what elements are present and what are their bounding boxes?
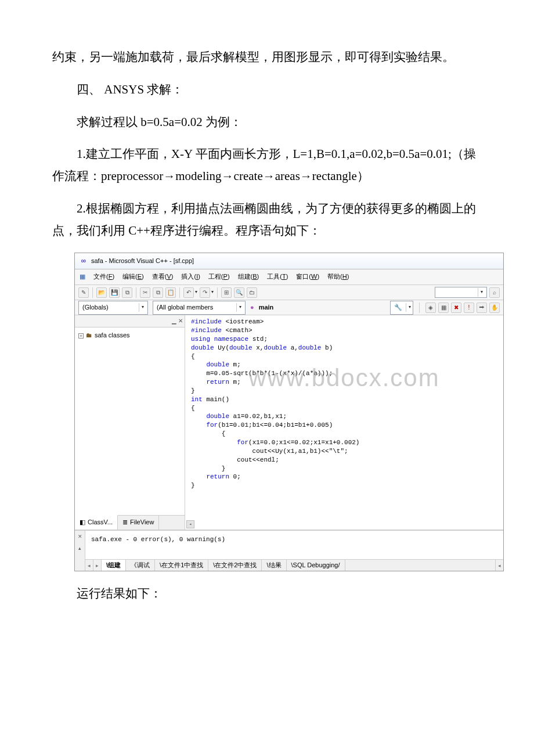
scope-combo[interactable]: (Globals)▾: [78, 301, 148, 315]
output-pane: ✕ ▴ safa.exe - 0 error(s), 0 warning(s) …: [75, 530, 503, 571]
wizard-combo[interactable]: 🔧▾: [390, 301, 413, 315]
hscroll-left-icon[interactable]: ◂: [495, 560, 503, 571]
tree-root-label: safa classes: [95, 330, 130, 341]
code-line: int main(): [191, 395, 497, 404]
tab-results[interactable]: \结果: [262, 560, 286, 571]
menu-file[interactable]: 文件(F): [93, 271, 114, 283]
cut-button[interactable]: ✂: [140, 287, 150, 298]
main-area: ▁ ✕ + 🖿 safa classes ◧ ClassV... ≣ FileV…: [75, 315, 503, 530]
toolbar: ✎ 📂 💾 ⧉ ✂ ⧉ 📋 ↶▾ ↷▾ ⊞ 🔍 🗀 ▾ ⌕: [75, 285, 503, 300]
class-tree[interactable]: + 🖿 safa classes: [75, 327, 185, 515]
menu-insert[interactable]: 插入(I): [181, 271, 200, 283]
separator: [217, 287, 218, 298]
paste-button[interactable]: 📋: [165, 287, 176, 298]
workspace-pane: ▁ ✕ + 🖿 safa classes ◧ ClassV... ≣ FileV…: [75, 315, 185, 530]
new-button[interactable]: ✎: [78, 287, 89, 298]
output-text: safa.exe - 0 error(s), 0 warning(s): [85, 531, 503, 559]
menu-view[interactable]: 查看(V): [152, 271, 174, 283]
output-gutter: ✕ ▴: [75, 531, 85, 571]
code-line: return m;: [191, 378, 497, 387]
workspace-tabs: ◧ ClassV... ≣ FileView: [75, 515, 185, 530]
tab-build[interactable]: \组建: [102, 560, 126, 571]
go-button[interactable]: ⌕: [489, 287, 500, 298]
code-line: double m;: [191, 361, 497, 369]
pane-close-icon[interactable]: ✕: [178, 316, 183, 326]
output-scroll-up-icon[interactable]: ▴: [78, 543, 81, 553]
code-line: double Uy(double x,double a,double b): [191, 344, 497, 352]
separator: [419, 303, 420, 313]
separator: [136, 287, 136, 298]
code-line: {: [191, 404, 497, 413]
execute-button[interactable]: !: [464, 303, 474, 313]
copy-button[interactable]: ⧉: [153, 287, 163, 298]
code-line: return 0;: [191, 473, 497, 481]
separator: [179, 287, 180, 298]
open-button[interactable]: 📂: [96, 287, 107, 298]
code-line: for(x1=0.0;x1<=0.02;x1=x1+0.002): [191, 438, 497, 447]
code-line: }: [191, 465, 497, 473]
pane-pin-icon[interactable]: ▁: [172, 316, 176, 326]
output-tabs: ◂ ▸ \组建 《调试 \在文件1中查找 \在文件2中查找 \结果 \SQL D…: [85, 559, 503, 571]
code-editor[interactable]: #include <iostream>#include <cmath>using…: [185, 315, 503, 530]
tab-find2[interactable]: \在文件2中查找: [208, 560, 262, 571]
code-line: using namespace std;: [191, 335, 497, 344]
tree-root-row[interactable]: + 🖿 safa classes: [78, 330, 181, 341]
classview-icon: ◧: [80, 517, 85, 528]
code-line: cout<<endl;: [191, 456, 497, 465]
code-line: {: [191, 352, 497, 361]
compile-button[interactable]: ◈: [425, 303, 436, 313]
code-line: for(b1=0.01;b1<=0.04;b1=b1+0.005): [191, 421, 497, 430]
undo-button[interactable]: ↶▾: [183, 287, 197, 298]
redo-button[interactable]: ↷▾: [200, 287, 214, 298]
fileview-icon: ≣: [122, 517, 128, 528]
members-combo[interactable]: (All global members▾: [153, 301, 246, 315]
stop-build-button[interactable]: ✖: [451, 303, 461, 313]
window-title: safa - Microsoft Visual C++ - [sf.cpp]: [91, 255, 194, 267]
paragraph-1: 约束，另一端施加载荷，最后求解模型，用图形显示，即可得到实验结果。: [52, 46, 482, 69]
breakpoint-button[interactable]: ✋: [489, 303, 500, 313]
ide-screenshot: ∞ safa - Microsoft Visual C++ - [sf.cpp]…: [74, 253, 504, 572]
tab-find1[interactable]: \在文件1中查找: [155, 560, 208, 571]
menu-help[interactable]: 帮助(H): [327, 271, 349, 283]
save-all-button[interactable]: ⧉: [122, 287, 132, 298]
code-line: cout<<Uy(x1,a1,b1)<<"\t";: [191, 447, 497, 456]
menu-project[interactable]: 工程(P): [208, 271, 230, 283]
build-button[interactable]: ▦: [438, 303, 449, 313]
code-line: }: [191, 481, 497, 490]
menu-window[interactable]: 窗口(W): [296, 271, 319, 283]
code-line: #include <cmath>: [191, 326, 497, 335]
menu-edit[interactable]: 编辑(E): [122, 271, 144, 283]
tab-debug[interactable]: 《调试: [126, 560, 155, 571]
paragraph-3: 求解过程以 b=0.5a=0.02 为例：: [52, 111, 482, 134]
expand-icon[interactable]: +: [78, 333, 84, 339]
function-icon: ●: [250, 302, 254, 314]
folder-icon: 🖿: [86, 330, 92, 341]
tab-scroll-left-icon[interactable]: ◂: [85, 560, 93, 571]
workspace-button[interactable]: ⊞: [221, 287, 232, 298]
menu-bar: ▦ 文件(F) 编辑(E) 查看(V) 插入(I) 工程(P) 组建(B) 工具…: [75, 269, 503, 285]
tab-fileview[interactable]: ≣ FileView: [118, 516, 159, 530]
tab-classview[interactable]: ◧ ClassV...: [75, 515, 118, 530]
config-combo[interactable]: ▾: [435, 287, 487, 297]
splitter-handle[interactable]: ◂: [186, 520, 194, 528]
tab-scroll-right-icon[interactable]: ▸: [93, 560, 102, 571]
paragraph-5: 2.根据椭圆方程，利用描点法画椭圆曲线，为了方便的获得更多的椭圆上的点，我们利用…: [52, 198, 482, 242]
menu-tools[interactable]: 工具(T): [267, 271, 288, 283]
find-files-button[interactable]: 🗀: [247, 287, 257, 298]
code-line: m=0.05-sqrt(b*b*(1-(x*x)/(a*a)));: [191, 369, 497, 378]
close-output-icon[interactable]: ✕: [78, 532, 82, 541]
function-label: main: [259, 302, 274, 314]
title-bar: ∞ safa - Microsoft Visual C++ - [sf.cpp]: [75, 253, 503, 270]
pane-header: ▁ ✕: [75, 315, 185, 327]
find-button[interactable]: 🔍: [234, 287, 244, 298]
members-bar: (Globals)▾ (All global members▾ ● main 🔧…: [75, 300, 503, 315]
code-line: {: [191, 430, 497, 438]
doc-icon: ▦: [80, 271, 85, 283]
go-debug-button[interactable]: ⮕: [477, 303, 487, 313]
menu-build[interactable]: 组建(B): [238, 271, 259, 283]
save-button[interactable]: 💾: [109, 287, 120, 298]
tab-sql[interactable]: \SQL Debugging /: [287, 560, 345, 571]
separator: [92, 287, 93, 298]
paragraph-4: 1.建立工作平面，X-Y 平面内画长方形，L=1,B=0.1,a=0.02,b=…: [52, 143, 482, 188]
paragraph-2: 四、 ANSYS 求解：: [52, 79, 482, 101]
